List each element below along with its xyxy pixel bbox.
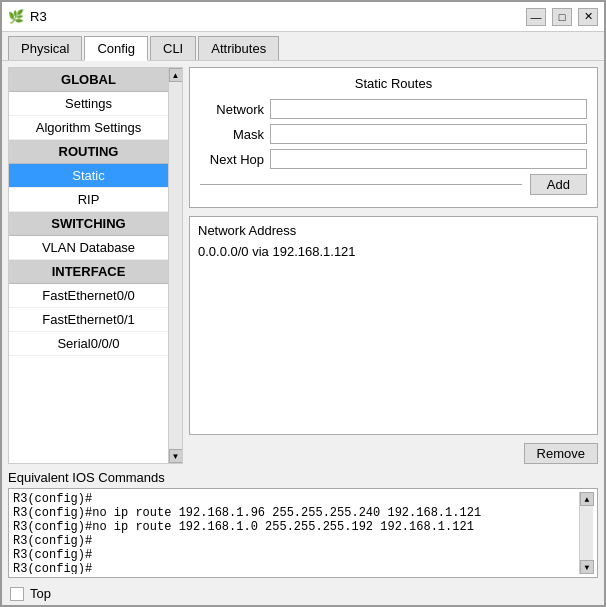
tab-cli[interactable]: CLI	[150, 36, 196, 60]
mask-row: Mask	[200, 124, 587, 144]
ios-line-0: R3(config)#	[13, 492, 579, 506]
sidebar-item-settings[interactable]: Settings	[9, 92, 168, 116]
title-bar: 🌿 R3 — □ ✕	[2, 2, 604, 32]
sidebar-header-switching: SWITCHING	[9, 212, 168, 236]
network-row: Network	[200, 99, 587, 119]
content-area: GLOBAL Settings Algorithm Settings ROUTI…	[2, 61, 604, 470]
ios-scroll-down[interactable]: ▼	[580, 560, 594, 574]
top-label: Top	[30, 586, 51, 601]
ios-console: R3(config)# R3(config)#no ip route 192.1…	[8, 488, 598, 578]
add-button[interactable]: Add	[530, 174, 587, 195]
close-button[interactable]: ✕	[578, 8, 598, 26]
network-address-box: Network Address 0.0.0.0/0 via 192.168.1.…	[189, 216, 598, 435]
tab-attributes[interactable]: Attributes	[198, 36, 279, 60]
tab-physical[interactable]: Physical	[8, 36, 82, 60]
bottom-section: Equivalent IOS Commands R3(config)# R3(c…	[2, 470, 604, 582]
ios-scroll-up[interactable]: ▲	[580, 492, 594, 506]
maximize-button[interactable]: □	[552, 8, 572, 26]
ios-scrollbar: ▲ ▼	[579, 492, 593, 574]
next-hop-label: Next Hop	[200, 152, 270, 167]
title-left: 🌿 R3	[8, 9, 47, 25]
top-checkbox[interactable]	[10, 587, 24, 601]
main-window: 🌿 R3 — □ ✕ Physical Config CLI Attribute…	[0, 0, 606, 607]
network-label: Network	[200, 102, 270, 117]
sidebar-header-routing: ROUTING	[9, 140, 168, 164]
sidebar-item-vlan-database[interactable]: VLAN Database	[9, 236, 168, 260]
network-address-title: Network Address	[198, 223, 589, 238]
ios-scroll-track	[580, 506, 593, 560]
sidebar-scroll-down[interactable]: ▼	[169, 449, 183, 463]
network-input[interactable]	[270, 99, 587, 119]
static-routes-box: Static Routes Network Mask Next Hop Add	[189, 67, 598, 208]
sidebar-item-fastethernet00[interactable]: FastEthernet0/0	[9, 284, 168, 308]
window-controls: — □ ✕	[526, 8, 598, 26]
add-row: Add	[200, 174, 587, 195]
tab-bar: Physical Config CLI Attributes	[2, 32, 604, 61]
next-hop-row: Next Hop	[200, 149, 587, 169]
mask-label: Mask	[200, 127, 270, 142]
ios-line-4: R3(config)#	[13, 548, 579, 562]
ios-label: Equivalent IOS Commands	[8, 470, 598, 485]
sidebar: GLOBAL Settings Algorithm Settings ROUTI…	[8, 67, 183, 464]
remove-row: Remove	[189, 443, 598, 464]
minimize-button[interactable]: —	[526, 8, 546, 26]
sidebar-header-global: GLOBAL	[9, 68, 168, 92]
window-title: R3	[30, 9, 47, 24]
sidebar-inner: GLOBAL Settings Algorithm Settings ROUTI…	[9, 68, 168, 463]
app-icon: 🌿	[8, 9, 24, 25]
ios-text-area: R3(config)# R3(config)#no ip route 192.1…	[13, 492, 579, 574]
static-routes-title: Static Routes	[200, 76, 587, 91]
sidebar-item-static[interactable]: Static	[9, 164, 168, 188]
network-entry-0: 0.0.0.0/0 via 192.168.1.121	[198, 244, 589, 259]
sidebar-scroll-up[interactable]: ▲	[169, 68, 183, 82]
sidebar-item-serial000[interactable]: Serial0/0/0	[9, 332, 168, 356]
divider	[200, 184, 522, 185]
sidebar-item-rip[interactable]: RIP	[9, 188, 168, 212]
sidebar-item-fastethernet01[interactable]: FastEthernet0/1	[9, 308, 168, 332]
main-panel: Static Routes Network Mask Next Hop Add	[189, 67, 598, 464]
sidebar-item-algorithm-settings[interactable]: Algorithm Settings	[9, 116, 168, 140]
ios-line-1: R3(config)#no ip route 192.168.1.96 255.…	[13, 506, 579, 520]
sidebar-header-interface: INTERFACE	[9, 260, 168, 284]
network-address-section: Network Address 0.0.0.0/0 via 192.168.1.…	[189, 216, 598, 464]
ios-line-2: R3(config)#no ip route 192.168.1.0 255.2…	[13, 520, 579, 534]
footer: Top	[2, 582, 604, 605]
tab-config[interactable]: Config	[84, 36, 148, 61]
remove-button[interactable]: Remove	[524, 443, 598, 464]
ios-line-3: R3(config)#	[13, 534, 579, 548]
mask-input[interactable]	[270, 124, 587, 144]
ios-line-5: R3(config)#	[13, 562, 579, 574]
sidebar-scrollbar: ▲ ▼	[168, 68, 182, 463]
next-hop-input[interactable]	[270, 149, 587, 169]
